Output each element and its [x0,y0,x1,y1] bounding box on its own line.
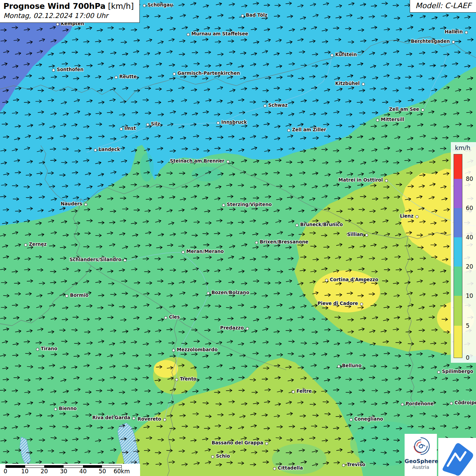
city-label: Cortina d'Ampezzo [330,277,378,282]
scalebar-segment [44,465,64,468]
city-label: Zernez [29,241,47,247]
geosphere-logo-box: GeoSphere Austria [405,434,437,476]
city-label: Sonthofen [57,67,84,72]
city-label: Pordenone [406,401,434,406]
city-label: Hallein [445,29,463,34]
city-label: Schlanders/Silandro [70,257,121,262]
scalebar-label: 40 [79,468,87,475]
city-dot [175,378,178,381]
city-label: Belluno [342,363,361,368]
city-label: Brixen/Bressanone [260,239,308,244]
city-label: Feltre [296,388,312,394]
city-dot [182,251,185,254]
legend-color-40 [454,208,462,237]
city-dot [222,204,225,207]
legend-tick: 80 [466,175,473,182]
city-label: Conegliano [354,416,383,422]
city-label: Spilimbergo [442,369,473,374]
scalebar-label: 10 [21,468,29,475]
city-label: Nauders [61,201,82,206]
city-dot [437,371,440,374]
city-label: Mezzolombardo [177,347,218,352]
scalebar-segment [102,465,121,468]
city-label: Garmisch-Partenkirchen [177,70,240,76]
city-label: Matrei in Osttirol [338,177,383,183]
city-label: Cles [169,314,180,320]
city-label: Meran/Merano [186,249,224,254]
city-dot [172,349,175,352]
city-label: Bruneck/Brunico [300,222,343,227]
city-dot [36,348,39,351]
geosphere-mountain-icon [438,438,476,476]
city-dot [385,179,388,182]
legend-tick: 5 [466,322,470,329]
scalebar-segment [25,465,45,468]
geosphere-logo-mark [438,438,476,476]
scalebar-label: 60km [114,468,130,475]
wind-forecast-map: SchongauBad TölzKemptenMurnau am Staffel… [0,0,476,476]
city-label: Predazzo [220,325,244,330]
city-dot [362,83,365,86]
city-label: Bienno [59,406,77,411]
legend-color-60 [454,179,462,208]
city-dot [217,121,220,124]
city-dot [54,408,57,411]
city-dot [350,418,353,421]
city-dot [146,123,149,126]
city-dot [255,241,258,244]
city-dot [265,442,268,445]
city-dot [325,279,328,282]
city-dot [246,327,249,330]
city-dot [330,54,334,57]
model-label: Modell: C-LAEF [410,0,476,13]
city-dot [287,129,290,132]
city-dot [211,455,214,458]
title-text: Prognose Wind 700hPa [3,2,105,11]
city-label: Riva del Garda [92,415,130,420]
city-dot [143,4,146,7]
city-dot [123,259,126,262]
city-label: Tirano [41,346,57,351]
city-dot [450,402,453,405]
city-dot [163,418,166,421]
legend-tick: 60 [466,205,473,211]
city-label: Zell am See [389,106,419,112]
legend-color-5 [454,296,462,326]
city-label: Rovereto [138,416,161,422]
city-dot [56,23,59,26]
city-label: Sillian [347,232,363,237]
scalebar-segment [83,465,102,468]
city-markers-layer: SchongauBad TölzKemptenMurnau am Staffel… [0,0,476,476]
city-label: Schwaz [268,102,288,108]
city-dot [115,76,118,79]
legend-color-20 [454,237,462,267]
city-dot [337,365,340,368]
title-unit: [km/h] [105,2,134,11]
city-label: Trento [180,376,197,381]
city-dot [65,294,68,298]
city-dot [342,464,345,467]
city-label: Codroipo [455,400,476,405]
scalebar-label: 50 [99,468,106,475]
legend-body: 806040201050 [454,154,476,358]
city-label: Bormio [70,292,88,298]
title-box: Prognose Wind 700hPa [km/h] Montag, 02.1… [0,0,140,23]
city-dot [264,104,267,107]
geosphere-swirl-icon [410,435,432,457]
city-label: Treviso [347,462,365,467]
city-dot [376,119,379,122]
city-dot [164,316,167,319]
city-label: Landeck [99,147,120,152]
legend-color-10 [454,267,462,296]
scalebar-label: 30 [60,468,67,475]
city-dot [207,292,210,295]
city-label: Kufstein [335,52,357,57]
city-label: Zell am Ziller [292,127,326,132]
city-dot [295,224,299,227]
city-label: Reutte [119,74,137,79]
city-label: Sterzing/Vipiteno [227,202,272,207]
city-dot [360,303,363,306]
city-dot [465,31,468,34]
legend-color-0 [454,326,462,358]
city-dot [94,149,97,152]
